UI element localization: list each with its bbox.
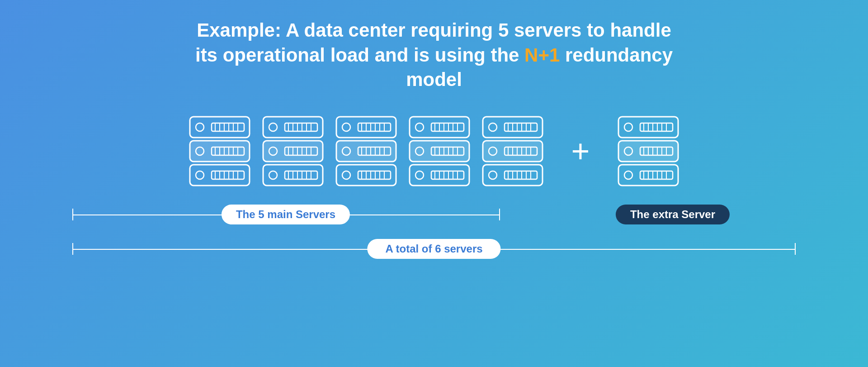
main-bracket-cap-left <box>72 209 73 220</box>
total-bracket-cap-right <box>795 243 796 255</box>
title-text-3: redundancy <box>560 44 673 66</box>
svg-rect-155 <box>640 171 673 179</box>
server-icon-3 <box>335 115 398 187</box>
svg-point-154 <box>624 171 632 179</box>
server-icon-6 <box>617 115 680 187</box>
svg-rect-101 <box>431 171 464 179</box>
extra-server-label: The extra Server <box>616 205 730 224</box>
main-bracket-cap-right <box>499 209 500 220</box>
svg-point-100 <box>415 171 424 179</box>
page-title: Example: A data center requiring 5 serve… <box>195 18 673 92</box>
server-icon-2 <box>261 115 325 187</box>
title-text-1: Example: A data center requiring 5 serve… <box>197 19 671 41</box>
svg-rect-47 <box>285 171 317 179</box>
total-servers-label: A total of 6 servers <box>367 239 500 259</box>
svg-point-136 <box>624 123 632 131</box>
extra-server-group <box>617 115 680 187</box>
main-servers-label: The 5 main Servers <box>222 205 350 224</box>
svg-rect-74 <box>358 171 391 179</box>
server-icon-4 <box>408 115 471 187</box>
svg-rect-83 <box>431 123 464 131</box>
svg-rect-110 <box>505 123 537 131</box>
svg-point-55 <box>342 123 350 131</box>
svg-rect-128 <box>505 171 537 179</box>
title-text-4: model <box>406 69 462 90</box>
total-bracket-cap-left <box>72 243 73 255</box>
svg-rect-137 <box>640 123 673 131</box>
title-text-2: its operational load and is using the <box>195 44 524 66</box>
svg-point-19 <box>196 171 204 179</box>
svg-point-109 <box>489 123 497 131</box>
diagram-area: + <box>27 115 841 262</box>
svg-point-28 <box>269 123 277 131</box>
svg-point-1 <box>196 123 204 131</box>
servers-row: + <box>27 115 841 187</box>
svg-rect-20 <box>212 171 244 179</box>
server-icon-5 <box>481 115 544 187</box>
svg-point-73 <box>342 171 350 179</box>
svg-rect-56 <box>358 123 391 131</box>
main-servers-group <box>188 115 544 187</box>
svg-rect-2 <box>212 123 244 131</box>
svg-point-46 <box>269 171 277 179</box>
title-highlight: N+1 <box>524 44 560 66</box>
svg-point-82 <box>415 123 424 131</box>
page-background: Example: A data center requiring 5 serve… <box>0 0 868 367</box>
plus-icon: + <box>571 135 590 167</box>
svg-rect-29 <box>285 123 317 131</box>
svg-point-127 <box>489 171 497 179</box>
server-icon-1 <box>188 115 251 187</box>
